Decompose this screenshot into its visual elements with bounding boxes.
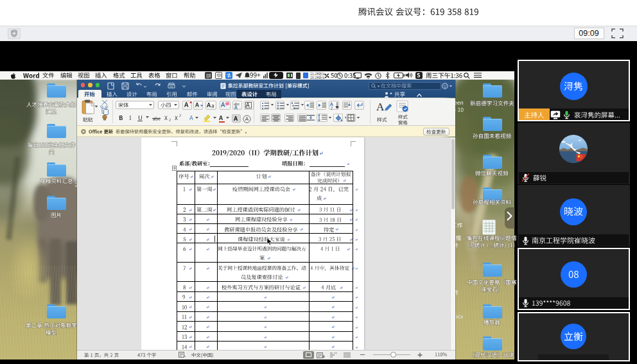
- svg-text:A: A: [376, 101, 385, 113]
